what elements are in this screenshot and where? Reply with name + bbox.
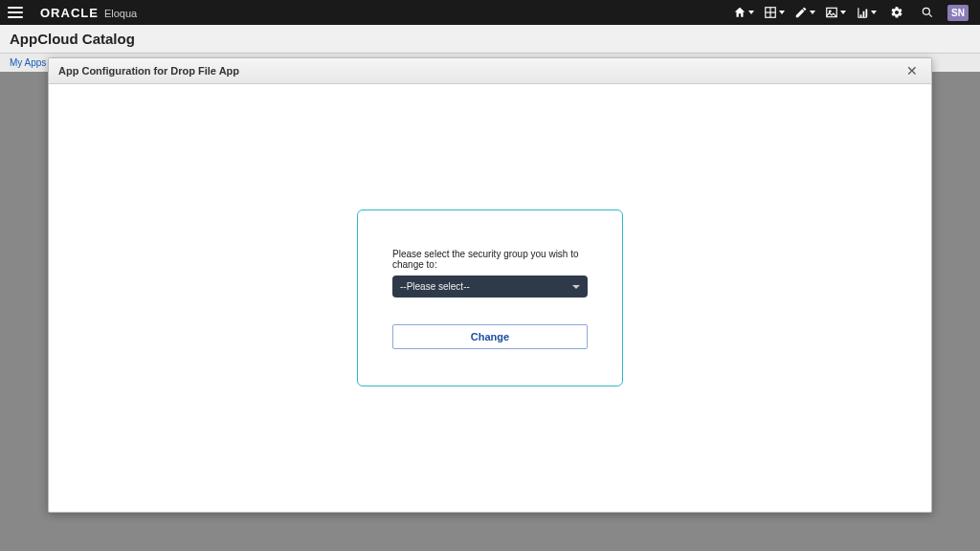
security-group-select[interactable]: --Please select-- <box>392 276 588 298</box>
brand: ORACLE Eloqua <box>40 6 137 20</box>
settings-button[interactable] <box>882 0 911 25</box>
svg-point-4 <box>829 11 831 12</box>
modal-body: Please select the security group you wis… <box>49 84 931 512</box>
brand-product: Eloqua <box>104 8 137 19</box>
modal-header: App Configuration for Drop File App ✕ <box>49 58 931 84</box>
image-button[interactable] <box>821 0 850 25</box>
security-group-card: Please select the security group you wis… <box>357 209 623 386</box>
page-title: AppCloud Catalog <box>10 31 135 47</box>
user-avatar[interactable]: SN <box>944 0 972 25</box>
image-icon <box>825 6 838 19</box>
user-initials: SN <box>947 5 969 21</box>
pencil-icon <box>794 6 808 19</box>
brand-oracle: ORACLE <box>40 6 99 20</box>
home-icon <box>733 6 746 19</box>
top-nav: ORACLE Eloqua SN <box>0 0 980 25</box>
svg-point-5 <box>923 8 929 14</box>
chevron-down-icon <box>840 11 846 14</box>
close-icon[interactable]: ✕ <box>902 63 922 78</box>
chevron-down-icon <box>748 11 754 14</box>
search-button[interactable] <box>913 0 942 25</box>
change-button[interactable]: Change <box>392 324 588 349</box>
security-group-select-wrap: --Please select-- <box>392 276 588 298</box>
svg-line-6 <box>928 13 931 16</box>
search-icon <box>921 6 934 19</box>
grid-button[interactable] <box>760 0 789 25</box>
modal-title: App Configuration for Drop File App <box>58 65 239 77</box>
chevron-down-icon <box>779 11 785 14</box>
security-group-prompt: Please select the security group you wis… <box>392 249 588 270</box>
menu-icon[interactable] <box>8 7 23 18</box>
grid-icon <box>764 6 777 19</box>
edit-button[interactable] <box>791 0 819 25</box>
page-title-bar: AppCloud Catalog <box>0 25 980 54</box>
chart-icon <box>856 6 869 19</box>
chart-button[interactable] <box>852 0 880 25</box>
config-modal: App Configuration for Drop File App ✕ Pl… <box>48 57 932 513</box>
home-button[interactable] <box>729 0 758 25</box>
chevron-down-icon <box>871 11 877 14</box>
gear-icon <box>890 6 903 19</box>
nav-right: SN <box>729 0 972 25</box>
chevron-down-icon <box>810 11 815 14</box>
breadcrumb-link-myapps[interactable]: My Apps <box>10 57 46 68</box>
